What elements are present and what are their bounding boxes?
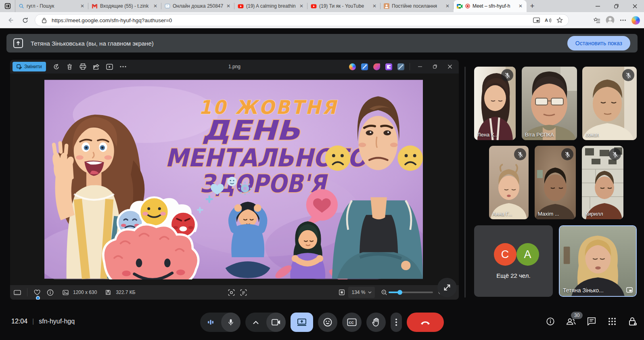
self-video (560, 226, 636, 296)
participant-name: Лена К... (477, 132, 498, 138)
fit-to-window-icon[interactable] (337, 288, 347, 297)
collections-icon[interactable] (594, 17, 600, 24)
avatar-a: A (516, 243, 539, 266)
participants-scrollbar[interactable] (464, 67, 466, 298)
text-actions-icon[interactable] (238, 288, 248, 297)
picture-in-picture-toggle-icon[interactable] (626, 287, 633, 293)
edit-app-icon[interactable] (361, 63, 368, 70)
url-text[interactable]: https://meet.google.com/sfn-hyuf-hgq?aut… (52, 17, 529, 23)
tab-recording-indicator-icon (465, 4, 470, 8)
tab-close-icon[interactable]: ✕ (445, 3, 450, 9)
new-tab-button[interactable]: + (527, 0, 538, 12)
draw-app-icon[interactable] (397, 63, 404, 70)
tab-actions-menu-icon[interactable] (0, 0, 15, 12)
settings-more-icon[interactable] (620, 17, 626, 23)
visual-search-icon[interactable] (226, 288, 236, 297)
tab-close-icon[interactable]: ✕ (299, 3, 304, 9)
tab-label: гугл - Пошук (27, 3, 77, 9)
youtube-favicon-icon (311, 4, 317, 8)
gmail-favicon-icon (92, 4, 98, 8)
microphone-button[interactable] (200, 313, 240, 332)
tab-gmail-inbox[interactable]: Входящие (55) - t.zink ✕ (88, 0, 161, 12)
edit-image-button[interactable]: Змінити (13, 62, 46, 71)
participant-tile-maxim[interactable]: Maxim ... (535, 146, 576, 219)
meeting-panels-bar: 30 (546, 312, 638, 331)
tab-youtube-breathing[interactable]: (19) A calming breathin ✕ (234, 0, 307, 12)
tab-youtube-ty-yak[interactable]: (19) Ти як - YouTube ✕ (307, 0, 381, 12)
tab-close-icon[interactable]: ✕ (226, 3, 231, 9)
profile-favicon-icon (384, 3, 389, 9)
slideshow-icon[interactable] (105, 62, 115, 71)
picture-in-picture-icon[interactable] (532, 16, 540, 24)
participant-name: сокол (585, 132, 599, 138)
photos-restore-button[interactable] (430, 62, 440, 71)
stop-presenting-button[interactable]: Остановить показ (567, 36, 630, 50)
profile-avatar[interactable] (606, 16, 615, 25)
zoom-slider-thumb[interactable] (397, 290, 402, 295)
photos-status-bar: 1200 x 630 322.7 КБ 134 % (10, 285, 459, 300)
tab-close-icon[interactable]: ✕ (518, 3, 523, 9)
camera-button[interactable] (245, 313, 286, 332)
copilot-icon[interactable] (631, 16, 640, 25)
present-screen-button[interactable] (291, 313, 313, 332)
url-omnibox[interactable]: https://meet.google.com/sfn-hyuf-hgq?aut… (35, 14, 569, 26)
meeting-code: sfn-hyuf-hgq (39, 318, 75, 325)
zoom-slider-track[interactable] (389, 292, 433, 293)
window-minimize-button[interactable] (588, 0, 607, 12)
tab-label: Meet – sfn-hyuf-h (473, 3, 515, 9)
tab-close-icon[interactable]: ✕ (79, 3, 85, 9)
back-button[interactable] (6, 15, 15, 25)
zoom-level-value: 134 % (351, 290, 365, 295)
designer-icon[interactable] (373, 63, 380, 70)
read-aloud-icon[interactable]: A (544, 16, 552, 24)
tab-meet-active[interactable]: Meet – sfn-hyuf-h ✕ (454, 0, 527, 12)
chevron-up-icon[interactable] (245, 321, 266, 324)
refresh-button[interactable] (20, 15, 30, 25)
tab-online-board[interactable]: Онлайн дошка 250847 ✕ (161, 0, 234, 12)
self-video-tile[interactable]: Тетяна Зінько... (559, 225, 637, 297)
participant-tile-anna[interactable]: Анна Г... (489, 146, 529, 219)
info-icon[interactable] (45, 288, 55, 297)
meeting-details-icon[interactable] (546, 317, 555, 326)
activities-grid-icon[interactable] (607, 317, 617, 326)
search-favicon-icon (19, 3, 24, 9)
zoom-level-dropdown[interactable]: 134 % (348, 287, 375, 298)
tab-permanent-link[interactable]: Постійне посилання ✕ (381, 0, 454, 12)
window-close-button[interactable] (625, 0, 644, 12)
tab-close-icon[interactable]: ✕ (153, 3, 158, 9)
poster-title-line3: ЗДОРОВ'Я (200, 169, 328, 198)
leave-call-button[interactable] (407, 313, 444, 332)
more-options-button[interactable] (391, 313, 402, 332)
delete-icon[interactable] (65, 62, 75, 71)
copilot-icon[interactable] (349, 63, 356, 70)
browser-window-controls (588, 0, 644, 12)
photos-minimize-button[interactable] (415, 62, 425, 71)
more-participants-tile[interactable]: A C Ещё 22 чел. (474, 225, 553, 297)
participant-tile-kirill[interactable]: Кирилл (582, 146, 623, 219)
tab-close-icon[interactable]: ✕ (372, 3, 377, 9)
participant-tile-sokol[interactable]: сокол (582, 67, 637, 140)
tab-google-search[interactable]: гугл - Пошук ✕ (15, 0, 88, 12)
image-dimensions-icon (61, 288, 70, 297)
audio-level-icon (200, 318, 221, 326)
image-dimensions: 1200 x 630 (73, 290, 97, 295)
reactions-button[interactable] (318, 313, 337, 332)
print-icon[interactable] (78, 62, 88, 71)
photos-close-button[interactable] (445, 62, 455, 71)
host-controls-lock-icon[interactable] (628, 317, 638, 326)
filmstrip-icon[interactable] (13, 288, 22, 297)
clipchamp-icon[interactable] (385, 63, 392, 70)
favorite-star-icon[interactable] (556, 16, 564, 24)
window-maximize-button[interactable] (607, 0, 625, 12)
participant-tile-vita[interactable]: Віта РЄПКА (522, 67, 577, 140)
rotate-icon[interactable] (52, 62, 61, 71)
share-icon[interactable] (92, 62, 101, 71)
people-panel-icon[interactable]: 30 (566, 317, 576, 326)
expand-fullscreen-button[interactable] (437, 278, 457, 297)
chat-panel-icon[interactable] (587, 317, 596, 326)
raise-hand-button[interactable] (366, 313, 386, 332)
more-options-icon[interactable] (118, 62, 128, 71)
zoom-out-icon[interactable] (379, 288, 389, 297)
participant-tile-lena[interactable]: Лена К... (474, 67, 516, 140)
captions-button[interactable]: CC (342, 313, 362, 332)
